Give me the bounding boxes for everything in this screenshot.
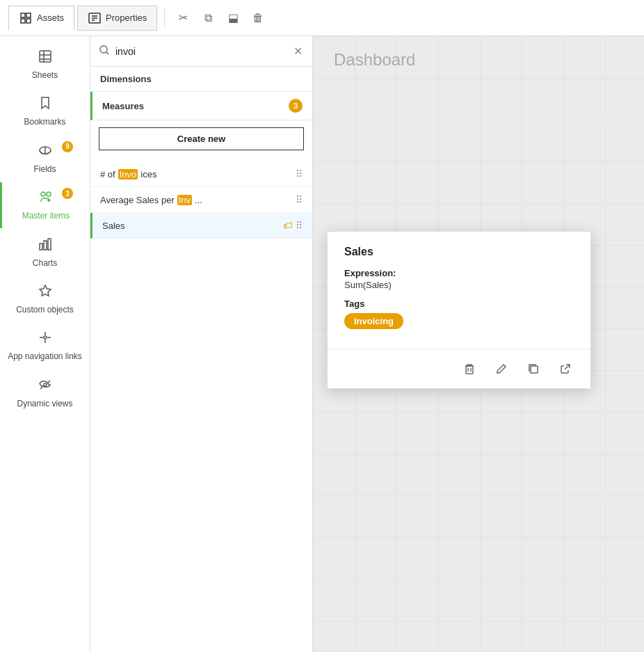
tooltip-tag-invoicing: Invoicing — [344, 313, 403, 329]
svg-rect-18 — [40, 244, 42, 250]
measure-item-name-sales: Sales — [102, 221, 283, 231]
sidebar-item-fields[interactable]: 9 Fields — [0, 136, 90, 181]
app-navigation-icon — [38, 330, 53, 349]
delete-button[interactable]: 🗑 — [247, 7, 269, 29]
tooltip-tags-row: Tags Invoicing — [344, 299, 574, 329]
tooltip-expression-row: Expression: Sum(Sales) — [344, 268, 574, 290]
toolbar-separator — [164, 8, 165, 29]
paste-button[interactable]: ⬓ — [222, 7, 244, 29]
sheets-icon — [38, 49, 53, 67]
measure-tag-icon-sales: 🏷 — [283, 220, 293, 231]
measure-item-name-avg-sales: Average Sales per Inv... — [100, 195, 296, 205]
fields-label: Fields — [33, 164, 56, 174]
charts-label: Charts — [33, 258, 57, 268]
search-icon — [99, 45, 110, 58]
measures-section-header[interactable]: Measures 3 — [90, 92, 312, 120]
tooltip-duplicate-button[interactable] — [522, 358, 545, 380]
charts-icon — [38, 237, 53, 255]
master-items-label: Master items — [22, 211, 70, 221]
tooltip-popup: Sales Expression: Sum(Sales) Tags Invoic… — [327, 231, 591, 389]
svg-rect-2 — [21, 19, 25, 23]
sidebar-item-dynamic-views[interactable]: Dynamic views — [0, 370, 90, 415]
measure-drag-icon-sales[interactable]: ⠿ — [296, 220, 303, 231]
sidebar: Sheets Bookmarks 9 Fields — [0, 36, 90, 652]
asset-panel: ✕ Dimensions Measures 3 Create new # of … — [90, 36, 313, 652]
sidebar-item-custom-objects[interactable]: Custom objects — [0, 276, 90, 321]
master-items-badge: 3 — [62, 188, 73, 199]
master-items-icon — [38, 189, 54, 208]
svg-rect-25 — [466, 366, 473, 374]
assets-tab[interactable]: Assets — [8, 6, 74, 31]
measures-label: Measures — [102, 101, 144, 111]
tooltip-delete-button[interactable] — [458, 358, 481, 380]
sheets-label: Sheets — [32, 70, 58, 80]
search-clear-button[interactable]: ✕ — [292, 43, 304, 59]
sidebar-item-master-items[interactable]: 3 Master items — [0, 182, 90, 228]
measure-item-actions-sales: 🏷 ⠿ — [283, 220, 303, 231]
sidebar-item-sheets[interactable]: Sheets — [0, 42, 90, 87]
search-bar: ✕ — [90, 36, 312, 67]
tooltip-footer — [328, 349, 590, 388]
bookmarks-label: Bookmarks — [24, 117, 65, 127]
dashboard-title: Dashboard — [334, 50, 415, 70]
tooltip-expression-value: Sum(Sales) — [344, 280, 574, 290]
svg-line-29 — [565, 365, 570, 369]
invoices-highlight: Invo — [118, 169, 138, 180]
tooltip-body: Sales Expression: Sum(Sales) Tags Invoic… — [328, 232, 590, 349]
svg-point-21 — [44, 336, 47, 339]
dashboard-area: Dashboard Sales Expression: Sum(Sales) T… — [313, 36, 644, 652]
bookmarks-icon — [38, 95, 53, 114]
tooltip-edit-button[interactable] — [490, 358, 513, 380]
fields-badge: 9 — [62, 141, 73, 152]
custom-objects-label: Custom objects — [16, 305, 74, 315]
measure-item-avg-sales[interactable]: Average Sales per Inv... ⠿ — [90, 187, 312, 213]
measure-list: # of Invoices ⠿ Average Sales per Inv...… — [90, 157, 312, 243]
svg-point-14 — [41, 192, 45, 196]
dynamic-views-icon — [38, 377, 53, 396]
svg-point-15 — [47, 192, 51, 196]
sidebar-item-bookmarks[interactable]: Bookmarks — [0, 88, 90, 134]
svg-rect-0 — [21, 13, 25, 17]
assets-icon — [19, 11, 33, 25]
properties-icon — [88, 11, 102, 25]
measures-badge: 3 — [289, 99, 303, 113]
copy-button[interactable]: ⧉ — [197, 7, 219, 29]
custom-objects-icon — [38, 283, 53, 302]
avg-sales-highlight: Inv — [177, 195, 192, 205]
app-navigation-label: App navigation links — [8, 351, 82, 361]
measure-drag-icon-invoices[interactable]: ⠿ — [296, 168, 303, 180]
measure-item-invoices[interactable]: # of Invoices ⠿ — [90, 161, 312, 187]
tooltip-title: Sales — [344, 246, 574, 258]
measure-item-sales[interactable]: Sales 🏷 ⠿ — [90, 213, 312, 239]
dimensions-label: Dimensions — [100, 74, 152, 84]
svg-rect-1 — [26, 13, 31, 17]
tooltip-expression-label: Expression: — [344, 268, 574, 278]
properties-tab[interactable]: Properties — [77, 6, 157, 31]
fields-icon — [38, 143, 53, 161]
cut-button[interactable]: ✂ — [172, 7, 194, 29]
toolbar: Assets Properties ✂ ⧉ ⬓ 🗑 — [0, 0, 644, 36]
measure-item-actions-invoices: ⠿ — [296, 168, 303, 180]
dimensions-section-header[interactable]: Dimensions — [90, 67, 312, 92]
svg-rect-28 — [531, 366, 538, 373]
svg-rect-19 — [44, 241, 47, 250]
measure-item-actions-avg-sales: ⠿ — [296, 194, 303, 205]
svg-rect-8 — [40, 51, 51, 62]
svg-rect-20 — [48, 239, 51, 250]
tooltip-open-button[interactable] — [554, 358, 577, 380]
svg-rect-3 — [26, 19, 31, 23]
search-input[interactable] — [115, 46, 287, 57]
dynamic-views-label: Dynamic views — [17, 399, 72, 408]
sidebar-item-app-navigation[interactable]: App navigation links — [0, 323, 90, 368]
measure-drag-icon-avg-sales[interactable]: ⠿ — [296, 194, 303, 205]
create-new-button[interactable]: Create new — [99, 127, 304, 150]
measure-item-name-invoices: # of Invoices — [100, 169, 296, 180]
svg-point-22 — [44, 383, 47, 386]
tooltip-tags-container: Invoicing — [344, 313, 574, 329]
svg-line-24 — [106, 52, 109, 55]
tooltip-tags-label: Tags — [344, 299, 574, 309]
main-layout: Sheets Bookmarks 9 Fields — [0, 36, 644, 652]
sidebar-item-charts[interactable]: Charts — [0, 230, 90, 275]
